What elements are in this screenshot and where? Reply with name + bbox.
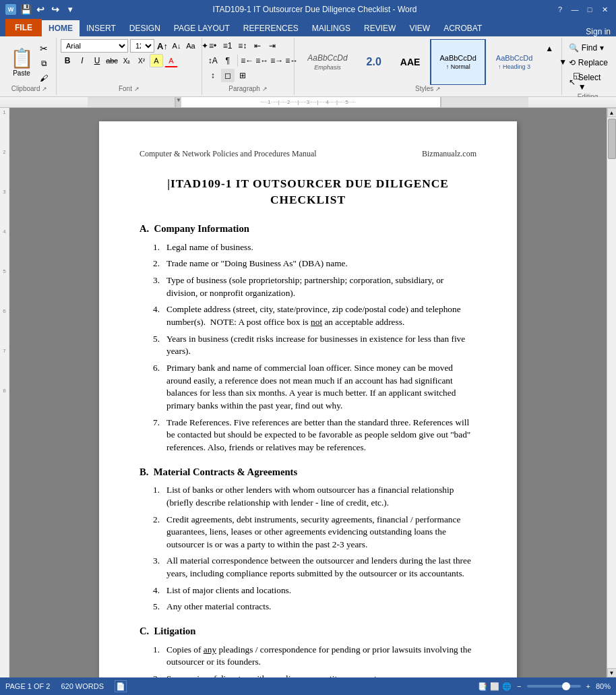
decrease-indent-button[interactable]: ⇤ (251, 39, 264, 53)
zoom-level[interactable]: 80% (596, 682, 611, 690)
font-label: Font ↗ (61, 85, 197, 94)
style-heading2[interactable]: 2.0 (358, 39, 390, 85)
multilevel-button[interactable]: ≡↕ (236, 39, 249, 53)
replace-icon: ⟲ (569, 58, 576, 67)
save-icon[interactable]: 💾 (20, 4, 31, 15)
vertical-scrollbar[interactable]: ▲ ▼ (607, 108, 616, 677)
close-button[interactable]: ✕ (598, 3, 611, 16)
left-margin: 1 2 3 4 5 6 7 8 (0, 108, 9, 677)
select-button[interactable]: ↖ Select ▼ (566, 71, 611, 93)
ruler-indent-marker[interactable]: ▼ (176, 97, 181, 107)
sort-button[interactable]: ↕A (206, 54, 220, 67)
tab-design[interactable]: DESIGN (123, 20, 167, 36)
list-item: 7. Trade References. Five references are… (153, 417, 476, 454)
minimize-button[interactable]: — (569, 3, 581, 16)
margin-num-5: 5 (3, 268, 5, 274)
tab-mailings[interactable]: MAILINGS (305, 20, 357, 36)
scroll-thumb[interactable] (608, 119, 616, 159)
styles-scroll-up[interactable]: ▲ (543, 42, 556, 55)
paste-button[interactable]: 📋 Paste (7, 42, 36, 82)
decrease-font-button[interactable]: A↓ (171, 40, 183, 52)
underline-button[interactable]: U (90, 54, 104, 67)
paragraph-group: ≡• ≡1 ≡↕ ⇤ ⇥ ↕A ¶ ≡← ≡↔ ≡→ ≡↔ ↕ ◻ ⊞ Para… (202, 38, 295, 95)
style-normal[interactable]: AaBbCcDd ↑ Normal (430, 39, 485, 85)
bold-button[interactable]: B (61, 54, 74, 67)
subscript-button[interactable]: X₂ (120, 54, 133, 67)
strikethrough-button[interactable]: abc (105, 54, 119, 67)
align-left-button[interactable]: ≡← (241, 54, 254, 67)
find-button[interactable]: 🔍 Find ▾ (566, 42, 607, 54)
tab-acrobat[interactable]: ACROBAT (437, 20, 489, 36)
bullets-button[interactable]: ≡• (206, 39, 220, 53)
page: Computer & Network Policies and Procedur… (99, 121, 517, 677)
align-center-button[interactable]: ≡↔ (255, 54, 269, 67)
style-heading3[interactable]: AaBbCcDd ↑ Heading 3 (487, 39, 541, 85)
title-bar-left: W 💾 ↩ ↪ ▾ (5, 4, 75, 15)
document-area[interactable]: Computer & Network Policies and Procedur… (9, 108, 607, 677)
tab-home[interactable]: HOME (42, 20, 80, 36)
font-color-button[interactable]: A (164, 54, 178, 67)
tab-file[interactable]: FILE (5, 19, 42, 36)
paragraph-content: ≡• ≡1 ≡↕ ⇤ ⇥ ↕A ¶ ≡← ≡↔ ≡→ ≡↔ ↕ ◻ ⊞ (206, 39, 299, 85)
tab-review[interactable]: REVIEW (357, 20, 402, 36)
zoom-in-button[interactable]: + (586, 682, 590, 690)
find-icon: 🔍 (569, 43, 579, 53)
sign-in-link[interactable]: Sign in (586, 27, 616, 36)
section-b-header: B. Material Contracts & Agreements (140, 465, 476, 479)
font-size-select[interactable]: 12 (130, 39, 154, 53)
undo-icon[interactable]: ↩ (35, 4, 46, 15)
list-item: 2. Summaries of disputes with suppliers,… (153, 673, 476, 677)
increase-indent-button[interactable]: ⇥ (266, 39, 279, 53)
copy-button[interactable]: ⧉ (38, 57, 50, 69)
tab-page-layout[interactable]: PAGE LAYOUT (167, 20, 237, 36)
shading-button[interactable]: ◻ (221, 69, 235, 82)
paste-area: 📋 Paste (7, 42, 36, 82)
redo-icon[interactable]: ↪ (50, 4, 61, 15)
replace-button[interactable]: ⟲ Replace (566, 57, 611, 69)
quick-access-icon[interactable]: ▾ (65, 4, 75, 15)
list-item: 4. List of major clients and locations. (153, 584, 476, 597)
superscript-button[interactable]: X² (135, 54, 148, 67)
tab-insert[interactable]: INSERT (80, 20, 123, 36)
format-painter-button[interactable]: 🖌 (38, 72, 50, 84)
cut-button[interactable]: ✂ (38, 42, 50, 55)
web-layout-icon[interactable]: 🌐 (502, 682, 512, 691)
full-screen-icon[interactable]: ⬜ (490, 682, 499, 691)
font-name-select[interactable]: Arial (61, 39, 128, 53)
section-c-header: C. Litigation (140, 624, 476, 638)
increase-font-button[interactable]: A↑ (156, 40, 168, 52)
font-name-row: Arial 12 A↑ A↓ Aa ✦ (61, 39, 211, 53)
italic-button[interactable]: I (75, 54, 89, 67)
tab-view[interactable]: VIEW (402, 20, 437, 36)
show-hide-button[interactable]: ¶ (221, 54, 235, 67)
style-aae[interactable]: AAE (392, 39, 429, 85)
margin-num-7: 7 (3, 348, 5, 354)
style-h2-preview: 2.0 (367, 56, 381, 68)
line-spacing-button[interactable]: ↕ (206, 69, 220, 82)
zoom-out-button[interactable]: − (517, 682, 521, 690)
header-right: Bizmanualz.com (422, 148, 476, 160)
page-view-icon[interactable]: 📄 (115, 680, 127, 692)
numbering-button[interactable]: ≡1 (221, 39, 235, 53)
highlight-button[interactable]: A (150, 54, 163, 67)
styles-group: AaBbCcDd Emphasis 2.0 AAE AaBbCcDd ↑ Nor… (295, 38, 562, 95)
list-item: 1. Legal name of business. (153, 241, 476, 254)
document-title: |ITAD109-1 IT OUTSOURCER DUE DILIGENCE C… (140, 176, 476, 209)
select-label: Select ▼ (578, 73, 608, 92)
zoom-slider[interactable] (527, 685, 581, 688)
tab-references[interactable]: REFERENCES (237, 20, 305, 36)
scroll-down-button[interactable]: ▼ (607, 668, 617, 677)
spacing-row: ↕ ◻ ⊞ (206, 69, 249, 82)
print-layout-icon[interactable]: 📑 (478, 682, 487, 691)
style-emphasis[interactable]: AaBbCcDd Emphasis (299, 39, 356, 85)
scroll-up-button[interactable]: ▲ (607, 108, 617, 117)
help-button[interactable]: ? (554, 3, 566, 16)
maximize-button[interactable]: □ (584, 3, 596, 16)
ruler-right-margin (441, 97, 528, 107)
zoom-thumb[interactable] (562, 682, 570, 690)
align-right-button[interactable]: ≡→ (270, 54, 284, 67)
page-count: PAGE 1 OF 2 (5, 682, 50, 690)
change-case-button[interactable]: Aa (185, 40, 197, 52)
borders-button[interactable]: ⊞ (236, 69, 249, 82)
style-normal-label: ↑ Normal (446, 63, 470, 70)
